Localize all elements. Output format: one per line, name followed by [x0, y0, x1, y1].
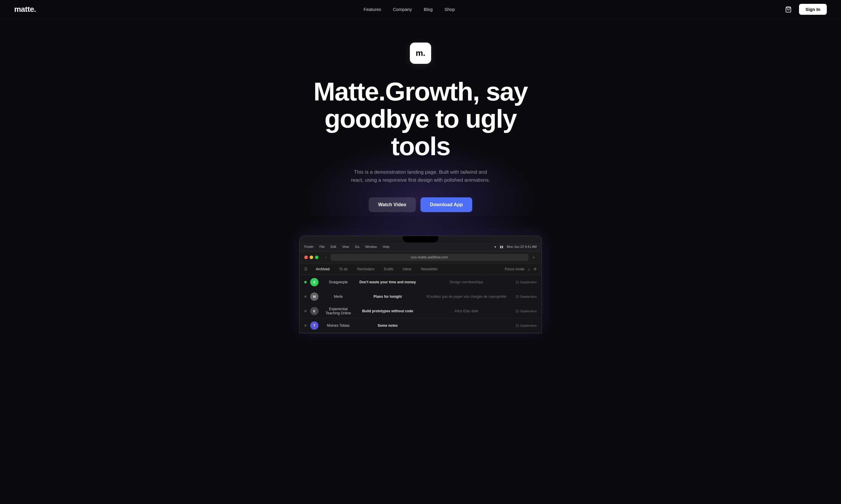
- email-list: S Snaqpeople Don't waste your time and m…: [299, 275, 542, 333]
- email-subject: Some notes: [358, 324, 417, 328]
- tab-reminders[interactable]: Reminders: [355, 266, 377, 272]
- menubar-time: Mon Jun 22 9:41 AM: [507, 245, 537, 249]
- nav-logo[interactable]: matte.: [14, 5, 36, 14]
- hero-title: Matte.Growth, say goodbye to ugly tools: [299, 78, 542, 160]
- email-sender: Snaqpeople: [322, 280, 355, 284]
- avatar: M: [310, 292, 319, 301]
- menu-go[interactable]: Go: [355, 245, 360, 249]
- menu-help[interactable]: Help: [383, 245, 390, 249]
- traffic-light-close[interactable]: [304, 255, 308, 259]
- email-row[interactable]: S Snaqpeople Don't waste your time and m…: [299, 275, 542, 289]
- navbar: matte. Features Company Blog Shop Sign I…: [0, 0, 841, 19]
- sidebar-toggle-icon[interactable]: ☰: [304, 267, 308, 271]
- back-button[interactable]: ‹: [323, 254, 328, 261]
- menu-view[interactable]: View: [342, 245, 349, 249]
- email-sender: Moines Tobias: [322, 324, 355, 328]
- nav-link-blog[interactable]: Blog: [424, 7, 433, 12]
- tab-drafts[interactable]: Drafts: [381, 266, 396, 272]
- nav-actions: Sign In: [783, 3, 827, 15]
- traffic-light-minimize[interactable]: [310, 255, 313, 259]
- app-preview: Finder File Edit View Go Window Help ● ▮…: [299, 236, 542, 333]
- email-date: 21 Septiembre: [515, 295, 537, 299]
- mac-menubar-left: Finder File Edit View Go Window Help: [304, 245, 390, 249]
- mac-toolbar: ‹ ovo-matte.webflow.com +: [299, 251, 542, 264]
- sign-in-button[interactable]: Sign In: [799, 4, 827, 15]
- menu-file[interactable]: File: [319, 245, 325, 249]
- menubar-wifi-icon: ●: [494, 245, 496, 249]
- email-subject: Plans for tonight: [358, 294, 417, 299]
- hero-logo-text: m.: [416, 49, 426, 58]
- email-preview: N'oubliez pas de payer vos charges de co…: [421, 294, 512, 299]
- settings-icon[interactable]: ⚙: [533, 267, 537, 271]
- email-row[interactable]: T Moines Tobias Some notes 21 Septiembre: [299, 319, 542, 333]
- read-dot: [304, 324, 307, 327]
- mac-notch: [403, 236, 438, 242]
- nav-link-shop[interactable]: Shop: [444, 7, 455, 12]
- hero-section: m. Matte.Growth, say goodbye to ugly too…: [0, 19, 841, 333]
- cart-button[interactable]: [783, 3, 794, 15]
- tab-todo[interactable]: To do: [337, 266, 350, 272]
- tab-newsletter[interactable]: Newsletter: [418, 266, 440, 272]
- traffic-light-fullscreen[interactable]: [315, 255, 319, 259]
- add-tab-button[interactable]: +: [531, 254, 537, 261]
- menubar-battery-icon: ▮▮: [500, 245, 503, 249]
- email-sender: Experiential Teaching Online: [322, 307, 355, 315]
- email-sender: Merle: [322, 294, 355, 299]
- mac-window: Finder File Edit View Go Window Help ● ▮…: [299, 236, 542, 333]
- hero-buttons: Watch Video Download App: [369, 197, 473, 212]
- email-row[interactable]: M Merle Plans for tonight N'oubliez pas …: [299, 289, 542, 304]
- nav-link-company[interactable]: Company: [393, 7, 412, 12]
- url-bar[interactable]: ovo-matte.webflow.com: [331, 254, 529, 261]
- menu-edit[interactable]: Edit: [331, 245, 336, 249]
- download-app-button[interactable]: Download App: [420, 197, 472, 212]
- email-date: 21 Septiembre: [515, 324, 537, 327]
- focus-mode-controls: Focus mode ⌕ ⚙: [505, 267, 537, 271]
- email-preview: Design memberships: [421, 280, 512, 284]
- hero-subtitle: This is a demonstration landing page. Bu…: [349, 168, 492, 184]
- app-tabs: ☰ Archived To do Reminders Drafts Inbox …: [299, 264, 542, 275]
- hero-logo-icon: m.: [410, 42, 431, 64]
- watch-video-button[interactable]: Watch Video: [369, 197, 416, 212]
- menu-finder[interactable]: Finder: [304, 245, 313, 249]
- mac-menubar: Finder File Edit View Go Window Help ● ▮…: [299, 242, 542, 251]
- avatar: T: [310, 321, 319, 330]
- email-date: 21 Septiembre: [515, 309, 537, 313]
- nav-link-features[interactable]: Features: [364, 7, 381, 12]
- email-date: 21 Septiembre: [515, 281, 537, 284]
- read-dot: [304, 310, 307, 312]
- tab-archived[interactable]: Archived: [313, 266, 332, 272]
- email-subject: Don't waste your time and money: [358, 280, 417, 284]
- search-icon[interactable]: ⌕: [528, 267, 530, 271]
- nav-links: Features Company Blog Shop: [364, 7, 455, 12]
- avatar: E: [310, 307, 319, 315]
- focus-mode-label[interactable]: Focus mode: [505, 267, 524, 271]
- menu-window[interactable]: Window: [365, 245, 377, 249]
- email-subject: Build prototypes without code: [358, 309, 417, 313]
- tab-inbox[interactable]: Inbox: [400, 266, 414, 272]
- unread-dot: [304, 281, 307, 283]
- read-dot: [304, 295, 307, 298]
- mac-menubar-right: ● ▮▮ Mon Jun 22 9:41 AM: [494, 245, 537, 249]
- avatar: S: [310, 278, 319, 286]
- email-preview: Infos Etac daté: [421, 309, 512, 313]
- traffic-lights: [304, 255, 319, 259]
- email-row[interactable]: E Experiential Teaching Online Build pro…: [299, 304, 542, 319]
